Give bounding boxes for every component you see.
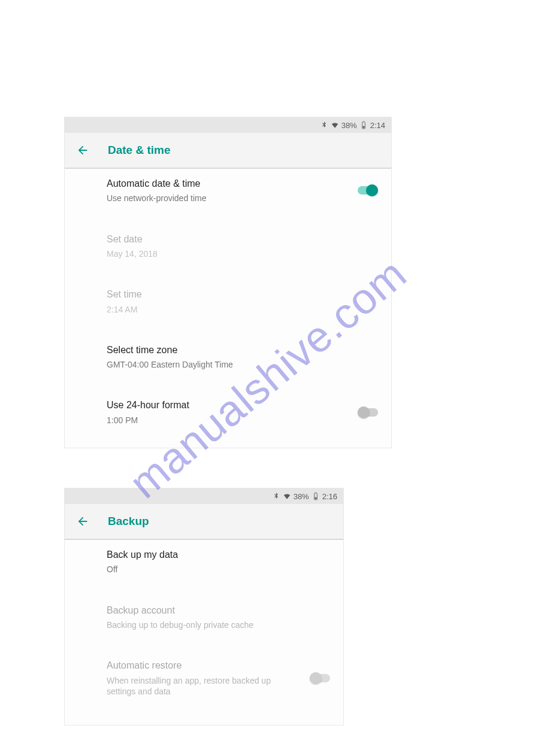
screenshot-date-time: 38% 2:14 Date & time Automatic date & ti… bbox=[64, 117, 392, 448]
spacer bbox=[65, 639, 343, 651]
arrow-left-icon bbox=[76, 144, 89, 157]
back-button[interactable] bbox=[69, 144, 96, 157]
row-title: Use 24-hour format bbox=[107, 399, 391, 412]
row-title: Automatic restore bbox=[107, 659, 301, 672]
battery-icon bbox=[312, 492, 320, 500]
row-subtitle: Use network-provided time bbox=[107, 193, 391, 204]
row-subtitle: GMT-04:00 Eastern Daylight Time bbox=[107, 359, 391, 370]
svg-rect-1 bbox=[315, 497, 316, 499]
row-subtitle: May 14, 2018 bbox=[107, 248, 391, 259]
row-subtitle: Backing up to debug-only private cache bbox=[107, 620, 343, 630]
row-set-time: Set time 2:14 AM bbox=[65, 280, 391, 323]
battery-percent: 38% bbox=[341, 121, 357, 130]
row-title: Select time zone bbox=[107, 344, 391, 357]
battery-icon bbox=[359, 121, 368, 129]
row-automatic-restore: Automatic restore When reinstalling an a… bbox=[65, 651, 343, 705]
row-title: Set time bbox=[107, 288, 391, 301]
row-subtitle: Off bbox=[107, 564, 343, 575]
clock-time: 2:16 bbox=[322, 492, 337, 501]
wifi-icon bbox=[283, 492, 291, 500]
arrow-left-icon bbox=[76, 515, 89, 528]
bluetooth-icon bbox=[272, 492, 280, 500]
battery-percent: 38% bbox=[294, 492, 309, 501]
toggle-automatic-restore bbox=[310, 672, 330, 684]
toggle-automatic-date-time[interactable] bbox=[358, 184, 378, 196]
row-subtitle: 1:00 PM bbox=[107, 415, 391, 426]
row-title: Back up my data bbox=[107, 548, 343, 561]
row-backup-account: Backup account Backing up to debug-only … bbox=[65, 596, 343, 639]
spacer bbox=[65, 584, 343, 596]
row-select-time-zone[interactable]: Select time zone GMT-04:00 Eastern Dayli… bbox=[65, 335, 391, 379]
app-bar: Backup bbox=[65, 504, 343, 540]
row-title: Backup account bbox=[107, 604, 343, 617]
page-title: Date & time bbox=[108, 144, 171, 157]
svg-rect-0 bbox=[362, 126, 364, 128]
row-back-up-my-data[interactable]: Back up my data Off bbox=[65, 540, 343, 584]
row-automatic-date-time[interactable]: Automatic date & time Use network-provid… bbox=[65, 169, 391, 212]
status-bar: 38% 2:14 bbox=[65, 117, 391, 133]
row-subtitle: 2:14 AM bbox=[107, 304, 391, 315]
page-title: Backup bbox=[108, 515, 149, 528]
spacer bbox=[65, 378, 391, 390]
row-title: Set date bbox=[107, 233, 391, 246]
row-subtitle: When reinstalling an app, restore backed… bbox=[107, 675, 301, 697]
spacer bbox=[65, 212, 391, 224]
clock-time: 2:14 bbox=[370, 121, 385, 130]
spacer bbox=[65, 268, 391, 280]
screenshot-backup: 38% 2:16 Backup Back up my data Off Back… bbox=[64, 488, 344, 725]
settings-list: Automatic date & time Use network-provid… bbox=[65, 169, 391, 434]
settings-list: Back up my data Off Backup account Backi… bbox=[65, 540, 343, 705]
spacer bbox=[65, 323, 391, 335]
status-bar: 38% 2:16 bbox=[65, 488, 343, 504]
wifi-icon bbox=[331, 121, 339, 129]
toggle-thumb bbox=[366, 184, 378, 196]
toggle-thumb bbox=[358, 406, 370, 418]
row-set-date: Set date May 14, 2018 bbox=[65, 224, 391, 268]
app-bar: Date & time bbox=[65, 133, 391, 169]
toggle-24-hour-format[interactable] bbox=[358, 406, 378, 418]
back-button[interactable] bbox=[69, 515, 96, 528]
toggle-thumb bbox=[310, 672, 322, 684]
row-24-hour-format[interactable]: Use 24-hour format 1:00 PM bbox=[65, 390, 391, 434]
row-title: Automatic date & time bbox=[107, 177, 391, 190]
bluetooth-icon bbox=[320, 121, 328, 129]
